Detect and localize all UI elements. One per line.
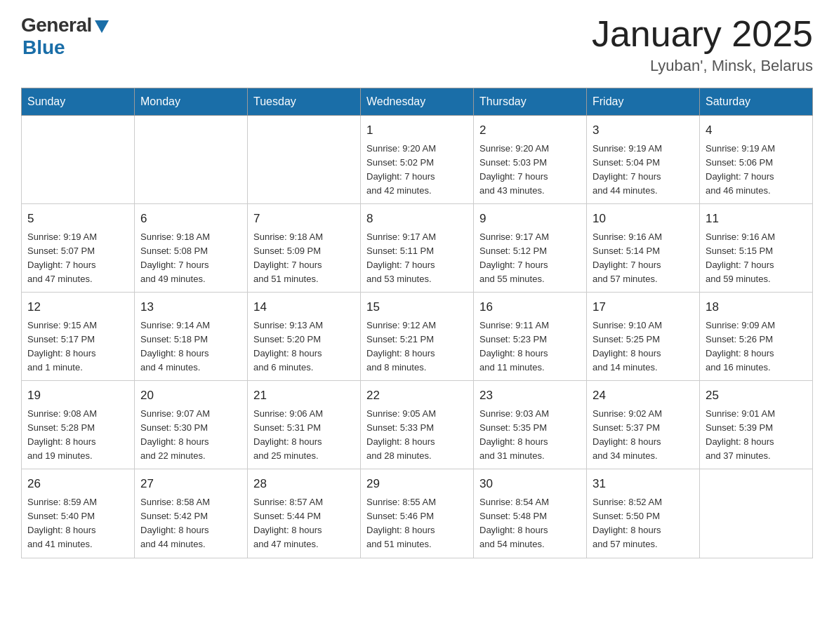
logo-general-text: General xyxy=(21,14,92,36)
day-info: Sunrise: 9:13 AMSunset: 5:20 PMDaylight:… xyxy=(253,318,355,375)
calendar-cell: 24Sunrise: 9:02 AMSunset: 5:37 PMDayligh… xyxy=(587,381,700,469)
day-info: Sunrise: 9:09 AMSunset: 5:26 PMDaylight:… xyxy=(706,318,807,375)
calendar-cell: 1Sunrise: 9:20 AMSunset: 5:02 PMDaylight… xyxy=(361,116,474,204)
calendar-cell: 17Sunrise: 9:10 AMSunset: 5:25 PMDayligh… xyxy=(587,293,700,381)
location-title: Lyuban', Minsk, Belarus xyxy=(592,57,813,75)
weekday-header-sunday: Sunday xyxy=(22,88,135,116)
day-info: Sunrise: 8:52 AMSunset: 5:50 PMDaylight:… xyxy=(593,495,694,552)
day-number: 10 xyxy=(593,210,694,228)
day-number: 25 xyxy=(706,387,807,405)
calendar-cell: 16Sunrise: 9:11 AMSunset: 5:23 PMDayligh… xyxy=(474,293,587,381)
day-info: Sunrise: 9:19 AMSunset: 5:06 PMDaylight:… xyxy=(706,142,807,199)
day-number: 3 xyxy=(593,121,694,140)
day-number: 21 xyxy=(253,387,355,405)
calendar-cell: 27Sunrise: 8:58 AMSunset: 5:42 PMDayligh… xyxy=(135,469,248,558)
logo-blue-text: Blue xyxy=(22,36,65,59)
day-number: 7 xyxy=(253,210,355,228)
calendar-cell: 15Sunrise: 9:12 AMSunset: 5:21 PMDayligh… xyxy=(361,293,474,381)
calendar-cell: 18Sunrise: 9:09 AMSunset: 5:26 PMDayligh… xyxy=(700,293,813,381)
weekday-header-row: SundayMondayTuesdayWednesdayThursdayFrid… xyxy=(22,88,813,116)
page-header: General Blue January 2025 Lyuban', Minsk… xyxy=(21,14,813,75)
day-number: 22 xyxy=(366,387,468,405)
calendar-cell xyxy=(248,116,361,204)
calendar-cell: 21Sunrise: 9:06 AMSunset: 5:31 PMDayligh… xyxy=(248,381,361,469)
calendar-cell: 19Sunrise: 9:08 AMSunset: 5:28 PMDayligh… xyxy=(22,381,135,469)
day-number: 14 xyxy=(253,298,355,316)
day-info: Sunrise: 9:20 AMSunset: 5:02 PMDaylight:… xyxy=(366,142,468,199)
calendar-cell: 22Sunrise: 9:05 AMSunset: 5:33 PMDayligh… xyxy=(361,381,474,469)
month-title: January 2025 xyxy=(592,14,813,54)
day-number: 24 xyxy=(593,387,694,405)
calendar-cell: 31Sunrise: 8:52 AMSunset: 5:50 PMDayligh… xyxy=(587,469,700,558)
week-row-2: 5Sunrise: 9:19 AMSunset: 5:07 PMDaylight… xyxy=(22,204,813,293)
day-number: 16 xyxy=(479,298,581,316)
day-info: Sunrise: 9:08 AMSunset: 5:28 PMDaylight:… xyxy=(27,407,128,464)
day-info: Sunrise: 8:55 AMSunset: 5:46 PMDaylight:… xyxy=(366,495,468,552)
day-number: 30 xyxy=(479,475,581,493)
weekday-header-monday: Monday xyxy=(135,88,248,116)
day-number: 20 xyxy=(140,387,241,405)
week-row-4: 19Sunrise: 9:08 AMSunset: 5:28 PMDayligh… xyxy=(22,381,813,469)
day-number: 11 xyxy=(706,210,807,228)
day-info: Sunrise: 9:02 AMSunset: 5:37 PMDaylight:… xyxy=(593,407,694,464)
day-number: 13 xyxy=(140,298,241,316)
day-info: Sunrise: 9:12 AMSunset: 5:21 PMDaylight:… xyxy=(366,318,468,375)
day-number: 6 xyxy=(140,210,241,228)
calendar-cell: 23Sunrise: 9:03 AMSunset: 5:35 PMDayligh… xyxy=(474,381,587,469)
calendar-cell: 11Sunrise: 9:16 AMSunset: 5:15 PMDayligh… xyxy=(700,204,813,293)
weekday-header-thursday: Thursday xyxy=(474,88,587,116)
calendar-cell: 20Sunrise: 9:07 AMSunset: 5:30 PMDayligh… xyxy=(135,381,248,469)
day-number: 23 xyxy=(479,387,581,405)
week-row-3: 12Sunrise: 9:15 AMSunset: 5:17 PMDayligh… xyxy=(22,293,813,381)
week-row-5: 26Sunrise: 8:59 AMSunset: 5:40 PMDayligh… xyxy=(22,469,813,558)
day-info: Sunrise: 9:14 AMSunset: 5:18 PMDaylight:… xyxy=(140,318,241,375)
day-info: Sunrise: 9:06 AMSunset: 5:31 PMDaylight:… xyxy=(253,407,355,464)
day-number: 8 xyxy=(366,210,468,228)
day-number: 12 xyxy=(27,298,128,316)
day-info: Sunrise: 9:18 AMSunset: 5:08 PMDaylight:… xyxy=(140,230,241,287)
day-info: Sunrise: 9:19 AMSunset: 5:04 PMDaylight:… xyxy=(593,142,694,199)
day-number: 15 xyxy=(366,298,468,316)
calendar-cell: 13Sunrise: 9:14 AMSunset: 5:18 PMDayligh… xyxy=(135,293,248,381)
day-number: 2 xyxy=(479,121,581,140)
day-number: 27 xyxy=(140,475,241,493)
calendar-cell: 4Sunrise: 9:19 AMSunset: 5:06 PMDaylight… xyxy=(700,116,813,204)
calendar-cell: 10Sunrise: 9:16 AMSunset: 5:14 PMDayligh… xyxy=(587,204,700,293)
logo-triangle-icon xyxy=(95,20,109,33)
day-info: Sunrise: 9:05 AMSunset: 5:33 PMDaylight:… xyxy=(366,407,468,464)
calendar-cell xyxy=(700,469,813,558)
day-number: 17 xyxy=(593,298,694,316)
calendar-table: SundayMondayTuesdayWednesdayThursdayFrid… xyxy=(21,88,813,558)
day-info: Sunrise: 8:57 AMSunset: 5:44 PMDaylight:… xyxy=(253,495,355,552)
day-info: Sunrise: 9:15 AMSunset: 5:17 PMDaylight:… xyxy=(27,318,128,375)
calendar-cell: 29Sunrise: 8:55 AMSunset: 5:46 PMDayligh… xyxy=(361,469,474,558)
day-number: 31 xyxy=(593,475,694,493)
calendar-cell: 9Sunrise: 9:17 AMSunset: 5:12 PMDaylight… xyxy=(474,204,587,293)
day-info: Sunrise: 9:01 AMSunset: 5:39 PMDaylight:… xyxy=(706,407,807,464)
week-row-1: 1Sunrise: 9:20 AMSunset: 5:02 PMDaylight… xyxy=(22,116,813,204)
calendar-cell: 30Sunrise: 8:54 AMSunset: 5:48 PMDayligh… xyxy=(474,469,587,558)
title-area: January 2025 Lyuban', Minsk, Belarus xyxy=(592,14,813,75)
day-number: 29 xyxy=(366,475,468,493)
weekday-header-friday: Friday xyxy=(587,88,700,116)
day-info: Sunrise: 9:07 AMSunset: 5:30 PMDaylight:… xyxy=(140,407,241,464)
calendar-cell: 3Sunrise: 9:19 AMSunset: 5:04 PMDaylight… xyxy=(587,116,700,204)
calendar-cell: 25Sunrise: 9:01 AMSunset: 5:39 PMDayligh… xyxy=(700,381,813,469)
logo: General Blue xyxy=(21,14,109,59)
day-number: 1 xyxy=(366,121,468,140)
calendar-cell xyxy=(22,116,135,204)
weekday-header-wednesday: Wednesday xyxy=(361,88,474,116)
day-number: 19 xyxy=(27,387,128,405)
day-info: Sunrise: 9:17 AMSunset: 5:11 PMDaylight:… xyxy=(366,230,468,287)
calendar-cell: 6Sunrise: 9:18 AMSunset: 5:08 PMDaylight… xyxy=(135,204,248,293)
day-number: 28 xyxy=(253,475,355,493)
day-info: Sunrise: 8:58 AMSunset: 5:42 PMDaylight:… xyxy=(140,495,241,552)
day-info: Sunrise: 9:20 AMSunset: 5:03 PMDaylight:… xyxy=(479,142,581,199)
day-number: 4 xyxy=(706,121,807,140)
calendar-cell: 8Sunrise: 9:17 AMSunset: 5:11 PMDaylight… xyxy=(361,204,474,293)
day-info: Sunrise: 9:10 AMSunset: 5:25 PMDaylight:… xyxy=(593,318,694,375)
day-info: Sunrise: 9:03 AMSunset: 5:35 PMDaylight:… xyxy=(479,407,581,464)
calendar-cell xyxy=(135,116,248,204)
day-info: Sunrise: 9:16 AMSunset: 5:14 PMDaylight:… xyxy=(593,230,694,287)
day-info: Sunrise: 9:18 AMSunset: 5:09 PMDaylight:… xyxy=(253,230,355,287)
